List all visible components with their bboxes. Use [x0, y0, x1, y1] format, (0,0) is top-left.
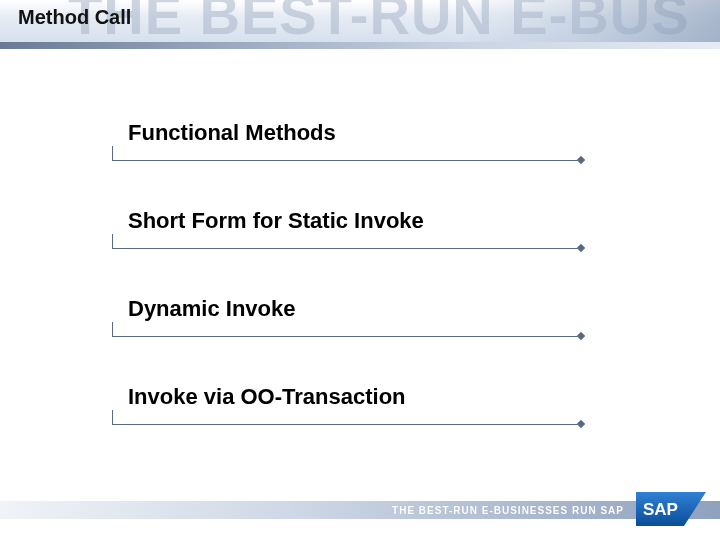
list-item: Dynamic Invoke	[112, 296, 592, 346]
list-item: Functional Methods	[112, 120, 592, 170]
header-underline-stripe	[0, 42, 720, 49]
page-title: Method Call	[18, 6, 131, 29]
list-item: Invoke via OO-Transaction	[112, 384, 592, 434]
list-item-label: Dynamic Invoke	[128, 296, 592, 328]
footer-stripe: THE BEST-RUN E-BUSINESSES RUN SAP	[0, 501, 720, 519]
list-item-label: Short Form for Static Invoke	[128, 208, 592, 240]
footer-tagline: THE BEST-RUN E-BUSINESSES RUN SAP	[392, 505, 624, 516]
list-item-label: Invoke via OO-Transaction	[128, 384, 592, 416]
slide: THE BEST-RUN E-BUS Method Call Functiona…	[0, 0, 720, 540]
list-item: Short Form for Static Invoke	[112, 208, 592, 258]
list-item-label: Functional Methods	[128, 120, 592, 152]
content-list: Functional Methods Short Form for Static…	[112, 120, 592, 472]
header-watermark-text: THE BEST-RUN E-BUS	[68, 0, 690, 42]
sap-logo: SAP	[636, 492, 706, 526]
sap-logo-text: SAP	[643, 500, 678, 519]
